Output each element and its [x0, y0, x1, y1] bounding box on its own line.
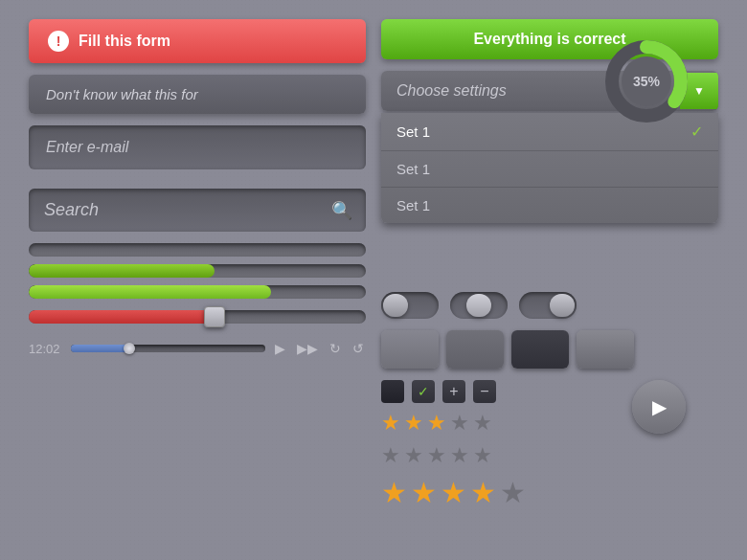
- alert-button[interactable]: ! Fill this form: [29, 19, 366, 63]
- checkbox-1[interactable]: [381, 380, 404, 403]
- slider-track[interactable]: [29, 310, 366, 324]
- star-1-1[interactable]: ★: [381, 411, 400, 436]
- sq-btn-4[interactable]: [577, 330, 634, 369]
- toggle-knob-3: [550, 294, 575, 317]
- dropdown-item-3-label: Set 1: [396, 197, 430, 213]
- star-1-3[interactable]: ★: [427, 411, 446, 436]
- progress-fill-2: [29, 264, 215, 278]
- right-bottom-right: ▶: [600, 380, 719, 434]
- progress-bar-3: [29, 285, 366, 299]
- sq-btn-2[interactable]: [446, 330, 504, 369]
- star-3-1[interactable]: ★: [381, 476, 407, 509]
- refresh-button[interactable]: ↻: [328, 339, 343, 358]
- check-icon: ✓: [690, 123, 703, 141]
- star-2-2[interactable]: ★: [404, 443, 423, 468]
- dropdown-item-2-label: Set 1: [396, 161, 430, 177]
- star-1-2[interactable]: ★: [404, 411, 423, 436]
- dropdown-item-2[interactable]: Set 1: [381, 151, 718, 188]
- checkbox-2[interactable]: ✓: [412, 380, 435, 403]
- stars-section: ★ ★ ★ ★ ★ ★ ★ ★ ★ ★ ★ ★: [381, 411, 591, 509]
- star-1-4[interactable]: ★: [450, 411, 469, 436]
- star-3-3[interactable]: ★: [441, 476, 466, 509]
- slider-thumb[interactable]: [204, 306, 225, 327]
- audio-track[interactable]: [71, 345, 265, 352]
- refresh-button-2[interactable]: ↺: [351, 339, 366, 358]
- stars-row-2: ★ ★ ★ ★ ★: [381, 443, 591, 468]
- star-2-1[interactable]: ★: [381, 443, 400, 468]
- star-3-5[interactable]: ★: [500, 476, 526, 509]
- skip-button[interactable]: ▶▶: [295, 339, 320, 358]
- toggle-1[interactable]: [381, 292, 439, 319]
- sq-btn-1[interactable]: [381, 330, 439, 369]
- search-icon: 🔍: [331, 201, 352, 220]
- email-input[interactable]: [29, 125, 366, 169]
- toggle-knob-1: [383, 294, 408, 317]
- left-column: ! Fill this form Don't know what this fo…: [29, 19, 366, 509]
- slider-fill: [29, 310, 215, 324]
- audio-dot: [124, 343, 135, 354]
- progress-section: [29, 243, 366, 299]
- star-3-4[interactable]: ★: [470, 476, 496, 509]
- dropdown-menu: Set 1 ✓ Set 1 Set 1: [381, 113, 718, 223]
- audio-progress: [71, 345, 129, 352]
- alert-icon: !: [48, 31, 69, 52]
- progress-bar-2: [29, 264, 366, 278]
- circle-play-button[interactable]: ▶: [632, 380, 686, 434]
- checkbox-3[interactable]: +: [442, 380, 465, 403]
- progress-fill-3: [29, 285, 271, 299]
- toggle-3[interactable]: [519, 292, 577, 319]
- time-label: 12:02: [29, 342, 63, 356]
- info-banner-text: Don't know what this for: [46, 86, 198, 102]
- progress-bar-1: [29, 243, 366, 257]
- info-banner: Don't know what this for: [29, 75, 366, 114]
- dropdown-item-1-label: Set 1: [396, 123, 430, 140]
- alert-button-label: Fill this form: [79, 33, 170, 50]
- stars-row-1: ★ ★ ★ ★ ★: [381, 411, 591, 436]
- right-column: Everything is correct Choose settings ▼ …: [381, 19, 718, 509]
- square-buttons-row: [381, 330, 718, 369]
- toggles-row: [381, 292, 718, 319]
- search-row: 🔍: [29, 189, 366, 232]
- checkbox-4[interactable]: −: [473, 380, 496, 403]
- dropdown-item-3[interactable]: Set 1: [381, 188, 718, 223]
- star-3-2[interactable]: ★: [411, 476, 437, 509]
- stars-row-3: ★ ★ ★ ★ ★: [381, 476, 591, 509]
- right-bottom-left: ✓ + − ★ ★ ★ ★ ★ ★ ★ ★: [381, 380, 591, 509]
- audio-row: 12:02 ▶ ▶▶ ↻ ↺: [29, 339, 366, 358]
- search-input[interactable]: [29, 189, 318, 232]
- star-2-5[interactable]: ★: [473, 443, 492, 468]
- donut-percent-label: 35%: [633, 74, 660, 89]
- donut-chart: 35%: [603, 38, 690, 124]
- checkbox-row: ✓ + −: [381, 380, 591, 403]
- toggle-2[interactable]: [450, 292, 508, 319]
- star-1-5[interactable]: ★: [473, 411, 492, 436]
- sq-btn-3[interactable]: [511, 330, 569, 369]
- play-button[interactable]: ▶: [273, 339, 287, 358]
- star-2-3[interactable]: ★: [427, 443, 446, 468]
- slider-section: [29, 310, 366, 324]
- toggle-knob-2: [466, 294, 491, 317]
- star-2-4[interactable]: ★: [450, 443, 469, 468]
- right-bottom-grid: ✓ + − ★ ★ ★ ★ ★ ★ ★ ★: [381, 380, 718, 509]
- search-button[interactable]: 🔍: [318, 190, 366, 231]
